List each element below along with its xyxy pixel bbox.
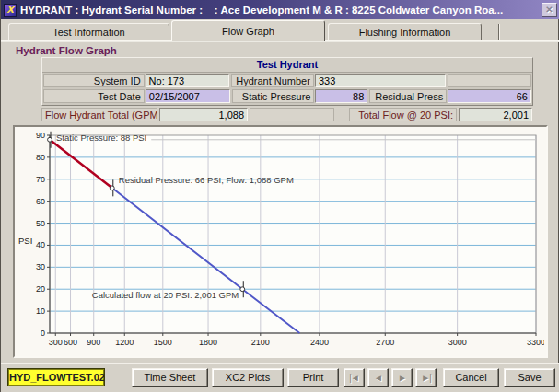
- static-pressure-label: Static Pressure: [232, 89, 315, 103]
- system-id-label: System ID: [43, 74, 145, 87]
- system-id-field[interactable]: No: 173: [146, 74, 230, 87]
- panel-header: Test Hydrant: [42, 58, 532, 73]
- last-record-button[interactable]: ►|: [415, 368, 437, 387]
- print-button[interactable]: Print: [287, 368, 339, 387]
- app-icon: X: [4, 4, 17, 17]
- first-record-button[interactable]: |◄: [344, 368, 365, 387]
- cancel-button[interactable]: Cancel: [443, 368, 499, 387]
- svg-text:70: 70: [36, 175, 45, 184]
- svg-text:0: 0: [41, 329, 45, 338]
- svg-text:2700: 2700: [376, 338, 394, 347]
- svg-text:80: 80: [36, 153, 45, 162]
- page-title: Hydrant Flow Graph: [16, 45, 117, 56]
- svg-text:Static Pressure: 88 PSI: Static Pressure: 88 PSI: [56, 133, 146, 143]
- svg-text:90: 90: [36, 131, 45, 140]
- svg-text:60: 60: [36, 197, 45, 206]
- svg-text:20: 20: [36, 284, 45, 294]
- hydrant-number-label: Hydrant Number: [231, 74, 314, 87]
- window-title: HYDRANT : Hydrant Serial Number : : Ace …: [20, 5, 542, 16]
- svg-text:30: 30: [36, 262, 45, 271]
- flow-graph-chart: 0102030405060708090300600900120015001800…: [15, 127, 544, 354]
- test-hydrant-panel: Test Hydrant System ID No: 173 Hydrant N…: [41, 57, 533, 106]
- tab-strip-divider: [498, 24, 500, 40]
- test-date-label: Test Date: [43, 89, 145, 103]
- svg-text:1800: 1800: [199, 338, 217, 347]
- app-window: X HYDRANT : Hydrant Serial Number : : Ac…: [0, 0, 559, 392]
- residual-pressure-label: Residual Press: [369, 89, 447, 103]
- empty-cell: [448, 74, 531, 87]
- total-flow-20psi-label: Total Flow @ 20 PSI:: [349, 108, 457, 121]
- tab-flow-graph[interactable]: Flow Graph: [171, 20, 325, 41]
- title-bar: X HYDRANT : Hydrant Serial Number : : Ac…: [1, 0, 559, 19]
- svg-text:50: 50: [36, 219, 45, 228]
- totals-spacer: [334, 108, 349, 121]
- save-button[interactable]: Save: [504, 368, 555, 387]
- svg-text:Calculated flow at 20 PSI: 2,0: Calculated flow at 20 PSI: 2,001 GPM: [92, 290, 239, 300]
- next-record-button[interactable]: ►: [391, 368, 413, 387]
- svg-text:1500: 1500: [154, 338, 172, 347]
- form-row-1: System ID No: 173 Hydrant Number 333: [42, 73, 532, 88]
- time-sheet-button[interactable]: Time Sheet: [132, 368, 208, 387]
- flow-graph-panel: 0102030405060708090300600900120015001800…: [13, 125, 548, 358]
- svg-text:900: 900: [87, 338, 100, 347]
- flow-total-field[interactable]: 1,088: [159, 108, 248, 121]
- close-icon[interactable]: ✕: [542, 3, 557, 17]
- svg-text:1200: 1200: [115, 338, 134, 347]
- totals-row: Flow Hydrant Total (GPM): 1,088 Total Fl…: [41, 108, 533, 123]
- tab-test-information[interactable]: Test Information: [8, 23, 169, 41]
- svg-text:Residual Pressure: 66 PSI, Flo: Residual Pressure: 66 PSI, Flow: 1,088 G…: [119, 175, 294, 185]
- svg-text:3300: 3300: [527, 338, 544, 347]
- previous-record-button[interactable]: ◄: [367, 368, 389, 387]
- svg-text:2100: 2100: [251, 338, 270, 347]
- total-flow-20psi-field[interactable]: 2,001: [459, 108, 532, 121]
- svg-text:600: 600: [64, 338, 77, 347]
- empty-total-cell: [250, 108, 334, 121]
- form-row-2: Test Date 02/15/2007 Static Pressure 88 …: [42, 88, 532, 104]
- footer-bar: HYD_FLOWTEST.02 Time Sheet XC2 Picts Pri…: [1, 363, 559, 392]
- svg-text:3000: 3000: [448, 338, 467, 347]
- xc2-picts-button[interactable]: XC2 Picts: [212, 368, 284, 387]
- svg-text:2400: 2400: [310, 338, 329, 347]
- residual-pressure-field[interactable]: 66: [448, 89, 531, 103]
- hydrant-number-field[interactable]: 333: [315, 74, 446, 87]
- svg-text:300: 300: [49, 338, 63, 347]
- tab-strip: Test Information Flow Graph Flushing Inf…: [1, 19, 559, 41]
- svg-text:PSI: PSI: [18, 236, 32, 246]
- svg-text:10: 10: [36, 306, 45, 316]
- test-date-field[interactable]: 02/15/2007: [146, 89, 230, 103]
- form-name-badge: HYD_FLOWTEST.02: [8, 369, 104, 386]
- tab-flushing-information[interactable]: Flushing Information: [328, 23, 482, 41]
- static-pressure-field[interactable]: 88: [315, 89, 367, 103]
- svg-text:40: 40: [36, 240, 45, 249]
- flow-total-label: Flow Hydrant Total (GPM):: [41, 108, 157, 121]
